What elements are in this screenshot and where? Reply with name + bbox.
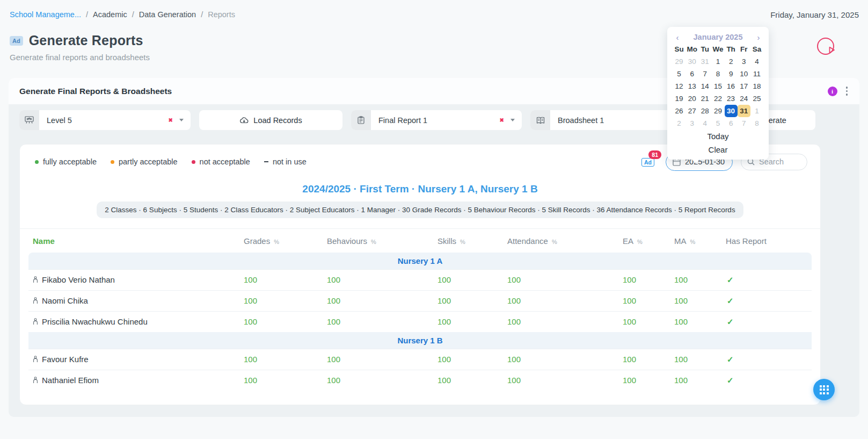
- breadcrumb-separator: /: [86, 10, 88, 19]
- calendar-day[interactable]: 1: [750, 105, 763, 117]
- load-records-button[interactable]: Load Records: [199, 110, 342, 130]
- student-row[interactable]: Naomi Chika 100 100 100 100 100 100 ✓: [28, 290, 812, 311]
- calendar-day[interactable]: 19: [673, 92, 685, 105]
- info-icon[interactable]: i: [828, 87, 837, 96]
- calendar-day[interactable]: 16: [725, 80, 738, 92]
- level-clear-icon[interactable]: ✖: [166, 115, 175, 125]
- level-select[interactable]: Level 5 ✖: [19, 110, 191, 130]
- legend-label: fully acceptable: [43, 157, 97, 166]
- calendar-day[interactable]: 11: [750, 68, 763, 80]
- calendar-day[interactable]: 15: [711, 80, 724, 92]
- date-picker-popup: ‹ January 2025 › SuMoTuWeThFrSa 29303112…: [667, 27, 769, 160]
- calendar-day[interactable]: 31: [698, 55, 711, 68]
- weekday-label: Sa: [750, 44, 763, 55]
- calendar-day[interactable]: 10: [738, 68, 750, 80]
- calendar-prev-icon[interactable]: ‹: [673, 33, 682, 41]
- calendar-day[interactable]: 9: [725, 68, 738, 80]
- breadcrumb-item-academic[interactable]: Academic: [93, 10, 127, 19]
- calendar-month-label[interactable]: January 2025: [682, 33, 754, 41]
- calendar-today-button[interactable]: Today: [673, 129, 763, 143]
- calendar-day[interactable]: 5: [673, 68, 685, 80]
- column-header-behaviours: Behaviours%: [323, 229, 433, 253]
- current-date-label: Friday, January 31, 2025: [770, 10, 859, 19]
- column-header-ea: EA%: [618, 229, 670, 253]
- calendar-day[interactable]: 17: [738, 80, 750, 92]
- weekday-label: We: [711, 44, 724, 55]
- student-row[interactable]: Priscilia Nwachukwu Chinedu 100 100 100 …: [28, 311, 812, 332]
- group-label: Nursery 1 A: [398, 256, 443, 265]
- table-header-row: Name Grades% Behaviours% Skills% Attenda…: [28, 229, 812, 253]
- calendar-day[interactable]: 8: [711, 68, 724, 80]
- calendar-day[interactable]: 3: [685, 117, 698, 129]
- student-row[interactable]: Fikabo Verio Nathan 100 100 100 100 100 …: [28, 269, 812, 290]
- has-report-check: ✓: [721, 290, 812, 311]
- metric-value: 100: [618, 269, 670, 290]
- person-icon: [33, 318, 38, 325]
- calendar-day[interactable]: 30: [725, 105, 738, 117]
- student-name: Priscilia Nwachukwu Chinedu: [42, 317, 148, 326]
- report-clear-icon[interactable]: ✖: [498, 115, 506, 125]
- metric-value: 100: [433, 349, 503, 370]
- records-card: fully acceptablepartly acceptablenot acc…: [19, 144, 821, 405]
- calendar-day[interactable]: 12: [673, 80, 685, 92]
- breadcrumb-separator: /: [201, 10, 203, 19]
- metric-value: 100: [503, 370, 618, 391]
- calendar-day[interactable]: 7: [698, 68, 711, 80]
- calendar-day[interactable]: 6: [685, 68, 698, 80]
- breadcrumb-item-data-generation[interactable]: Data Generation: [139, 10, 196, 19]
- calendar-day[interactable]: 31: [738, 105, 750, 117]
- metric-value: 100: [433, 370, 503, 391]
- weekday-label: Tu: [698, 44, 711, 55]
- calendar-day[interactable]: 24: [738, 92, 750, 105]
- metric-value: 100: [239, 290, 323, 311]
- legend-dash-icon: [264, 161, 268, 163]
- calendar-day[interactable]: 5: [711, 117, 724, 129]
- calendar-weekday-row: SuMoTuWeThFrSa: [673, 44, 763, 55]
- breadcrumb: School Manageme... / Academic / Data Gen…: [10, 10, 235, 19]
- level-caret-icon[interactable]: [179, 119, 184, 121]
- student-row[interactable]: Favour Kufre 100 100 100 100 100 100 ✓: [28, 349, 812, 370]
- calendar-day[interactable]: 4: [750, 55, 763, 68]
- calendar-day[interactable]: 25: [750, 92, 763, 105]
- calendar-day[interactable]: 26: [673, 105, 685, 117]
- calendar-day[interactable]: 22: [711, 92, 724, 105]
- metric-value: 100: [239, 311, 323, 332]
- report-template-select[interactable]: Final Report 1 ✖: [351, 110, 522, 130]
- calendar-day[interactable]: 28: [698, 105, 711, 117]
- calendar-day[interactable]: 6: [725, 117, 738, 129]
- apps-launcher-fab[interactable]: [813, 379, 835, 400]
- calendar-day[interactable]: 30: [685, 55, 698, 68]
- calendar-day[interactable]: 2: [725, 55, 738, 68]
- breadcrumb-root-link[interactable]: School Manageme...: [10, 10, 81, 19]
- calendar-day[interactable]: 29: [711, 105, 724, 117]
- calendar-day[interactable]: 3: [738, 55, 750, 68]
- legend-label: not in use: [273, 157, 307, 166]
- play-tour-button[interactable]: [817, 38, 834, 55]
- admin-records-badge: Ad 81: [641, 157, 654, 167]
- calendar-day[interactable]: 14: [698, 80, 711, 92]
- calendar-day[interactable]: 13: [685, 80, 698, 92]
- metric-value: 100: [433, 269, 503, 290]
- calendar-day[interactable]: 23: [725, 92, 738, 105]
- calendar-day[interactable]: 4: [698, 117, 711, 129]
- calendar-day[interactable]: 27: [685, 105, 698, 117]
- calendar-day[interactable]: 8: [750, 117, 763, 129]
- calendar-day[interactable]: 21: [698, 92, 711, 105]
- calendar-day[interactable]: 1: [711, 55, 724, 68]
- report-template-value: Final Report 1: [371, 116, 427, 125]
- calendar-day[interactable]: 20: [685, 92, 698, 105]
- legend-label: partly acceptable: [119, 157, 178, 166]
- report-caret-icon[interactable]: [510, 119, 515, 121]
- weekday-label: Th: [725, 44, 738, 55]
- metric-value: 100: [323, 349, 433, 370]
- calendar-clear-button[interactable]: Clear: [673, 143, 763, 156]
- calendar-day[interactable]: 29: [673, 55, 685, 68]
- kebab-menu-icon[interactable]: [846, 87, 848, 96]
- calendar-day[interactable]: 18: [750, 80, 763, 92]
- student-row[interactable]: Nathaniel Efiom 100 100 100 100 100 100 …: [28, 370, 812, 391]
- calendar-day[interactable]: 2: [673, 117, 685, 129]
- calendar-next-icon[interactable]: ›: [754, 33, 763, 41]
- metric-value: 100: [239, 370, 323, 391]
- calendar-day[interactable]: 7: [738, 117, 750, 129]
- weekday-label: Fr: [738, 44, 750, 55]
